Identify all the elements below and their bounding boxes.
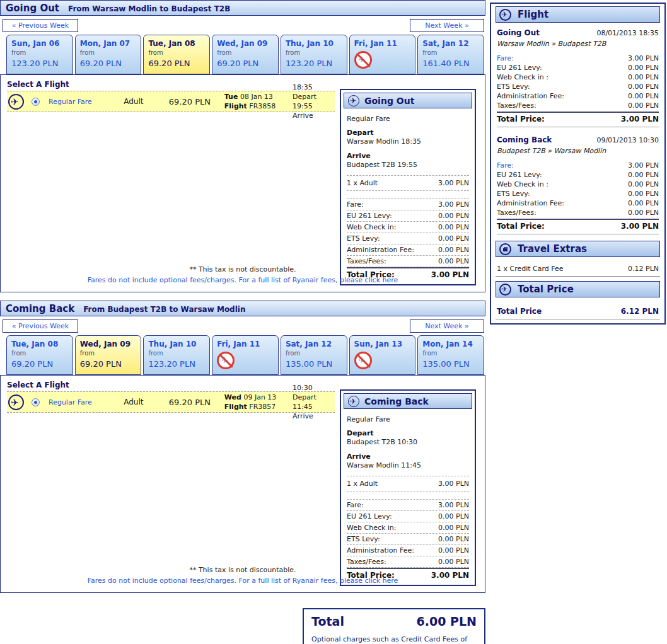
depart-label: Depart (347, 429, 374, 437)
fee-label: Taxes/Fees: (347, 257, 386, 265)
day-tab[interactable]: Wed, Jan 09from69.20 PLN (212, 35, 279, 74)
day-price: 123.20 PLN (148, 359, 207, 369)
depart-label: Depart (347, 129, 374, 137)
from-label: from (80, 350, 139, 357)
fee-label: Taxes/Fees: (347, 558, 386, 566)
from-label: from (148, 350, 207, 357)
from-label: from (80, 49, 139, 56)
total-price-title: Total Price (518, 284, 574, 295)
section-subtitle: From Budapest T2B to Warsaw Modlin (83, 304, 245, 314)
flight-select-panel: Select A Flight Regular Fare Adult 69.20… (0, 375, 485, 593)
day-label: Thu, Jan 10 (148, 340, 207, 348)
leg-fee-list: Fare:3.00 PLNEU 261 Levy:0.00 PLNWeb Che… (497, 161, 659, 217)
day-tab[interactable]: Sun, Jan 06from123.20 PLN (6, 35, 73, 74)
fee-value: 0.00 PLN (438, 558, 469, 566)
arrive-segment: Arrive Warsaw Modlin 11:45 (347, 452, 469, 470)
flight-option-row[interactable]: Regular Fare Adult 69.20 PLN Wed 09 Jan … (7, 391, 335, 413)
fee-row: EU 261 Levy:0.00 PLN (497, 170, 659, 180)
fee-label: Administration Fee: (347, 546, 414, 555)
day-tab[interactable]: Tue, Jan 08from69.20 PLN (6, 335, 73, 375)
day-label: Sun, Jan 13 (354, 340, 413, 348)
depart-value: Budapest T2B 10:30 (347, 438, 417, 446)
passenger-type: Adult (124, 398, 169, 406)
total-value: 6.12 PLN (621, 307, 659, 316)
fee-label: ETS Levy: (347, 234, 380, 243)
plane-icon (8, 394, 24, 410)
fare-radio[interactable] (32, 98, 40, 106)
fee-row: EU 261 Levy:0.00 PLN (347, 210, 469, 222)
day-tab[interactable]: Sun, Jan 13 (349, 335, 416, 375)
flight-day: Tue (224, 93, 238, 101)
fee-value: 0.00 PLN (438, 246, 469, 254)
day-tab[interactable]: Mon, Jan 07from69.20 PLN (75, 35, 142, 74)
day-label: Tue, Jan 08 (148, 39, 207, 48)
fee-value: 0.00 PLN (438, 257, 469, 265)
leg-datetime: 09/01/2013 10:30 (596, 136, 659, 144)
fee-row: ETS Levy:0.00 PLN (347, 534, 469, 545)
travel-extras-header: Travel Extras (496, 241, 660, 257)
credit-card-fee-row: 1 x Credit Card Fee 0.12 PLN (496, 261, 660, 277)
fee-label: Fare: (497, 161, 514, 170)
travel-extras-title: Travel Extras (518, 243, 587, 255)
day-price: 69.20 PLN (11, 359, 70, 369)
leg-title: Coming Back (497, 135, 552, 144)
fare-radio[interactable] (32, 398, 40, 406)
day-tab[interactable]: Wed, Jan 09from69.20 PLN (75, 335, 142, 375)
total-label: Total Price: (497, 222, 545, 231)
from-label: from (148, 49, 207, 56)
briefcase-icon (499, 243, 511, 255)
fee-row: ETS Levy:0.00 PLN (497, 82, 659, 91)
fare-name-link[interactable]: Regular Fare (49, 98, 124, 106)
day-tab[interactable]: Mon, Jan 14from135.00 PLN (417, 335, 484, 375)
summary-title: Coming Back (364, 396, 429, 406)
pax-value: 3.00 PLN (438, 179, 469, 187)
day-tab[interactable]: Sat, Jan 12from135.00 PLN (281, 335, 347, 375)
passenger-type: Adult (124, 97, 169, 106)
day-tab[interactable]: Fri, Jan 11 (349, 35, 416, 74)
previous-week-button[interactable]: « Previous Week (3, 19, 78, 32)
day-tab[interactable]: Thu, Jan 10from123.20 PLN (143, 335, 210, 375)
fee-row: Fare:3.00 PLN (347, 199, 469, 210)
leg-title: Going Out (497, 28, 540, 37)
fee-label: ETS Levy: (497, 190, 530, 198)
fare-name-link[interactable]: Regular Fare (49, 398, 124, 406)
going-out-leg: Going Out 08/01/2013 18:35 Warsaw Modlin… (496, 26, 660, 127)
flight-option-row[interactable]: Regular Fare Adult 69.20 PLN Tue 08 Jan … (7, 91, 335, 112)
next-week-button[interactable]: Next Week » (410, 319, 484, 333)
day-tab[interactable]: Sat, Jan 12from161.40 PLN (417, 35, 484, 74)
depart-segment: Depart Budapest T2B 10:30 (347, 429, 469, 447)
arrive-time: 11:45 Arrive (293, 403, 313, 420)
fee-row: ETS Levy:0.00 PLN (497, 189, 659, 198)
summary-header: Coming Back (344, 393, 472, 409)
ryanair-fees-link[interactable]: Fares do not include optional fees/charg… (1, 276, 485, 284)
leg-fee-list: Fare:3.00 PLNEU 261 Levy:0.00 PLNWeb Che… (497, 54, 659, 110)
pax-label: 1 x Adult (347, 179, 378, 187)
day-tab[interactable]: Fri, Jan 11 (212, 335, 279, 375)
fee-value: 0.00 PLN (628, 171, 659, 179)
day-price: 123.20 PLN (286, 59, 344, 68)
day-price: 69.20 PLN (148, 59, 207, 68)
fee-label: Administration Fee: (497, 92, 564, 100)
fee-label: Fare: (347, 200, 364, 209)
day-tab[interactable]: Tue, Jan 08from69.20 PLN (143, 35, 210, 74)
arrive-time: 19:55 Arrive (293, 102, 313, 120)
total-label: Total Price: (497, 115, 545, 124)
day-label: Wed, Jan 09 (217, 39, 276, 48)
ryanair-fees-link[interactable]: Fares do not include optional fees/charg… (1, 577, 485, 585)
section-footer: ** This tax is not discountable. Fares d… (1, 265, 485, 284)
fee-value: 0.00 PLN (628, 101, 659, 110)
total-value: 3.00 PLN (621, 115, 659, 124)
fee-value: 0.00 PLN (438, 524, 469, 532)
total-price-header: Total Price (496, 281, 660, 297)
flight-info: Tue 08 Jan 13 Flight FR3858 (224, 92, 293, 111)
flight-times: 10:30 Depart 11:45 Arrive (293, 383, 335, 421)
previous-week-button[interactable]: « Previous Week (3, 319, 78, 333)
day-tab[interactable]: Thu, Jan 10from123.20 PLN (281, 35, 347, 74)
fee-row: Web Check in :0.00 PLN (497, 180, 659, 189)
day-label: Mon, Jan 07 (80, 39, 139, 48)
next-week-button[interactable]: Next Week » (410, 19, 484, 32)
summary-body: Regular Fare Depart Budapest T2B 10:30 A… (341, 411, 475, 580)
no-flight-icon (217, 352, 235, 369)
coming-back-summary-box: Coming Back Regular Fare Depart Budapest… (340, 389, 476, 586)
flight-number: FR3857 (249, 403, 276, 411)
